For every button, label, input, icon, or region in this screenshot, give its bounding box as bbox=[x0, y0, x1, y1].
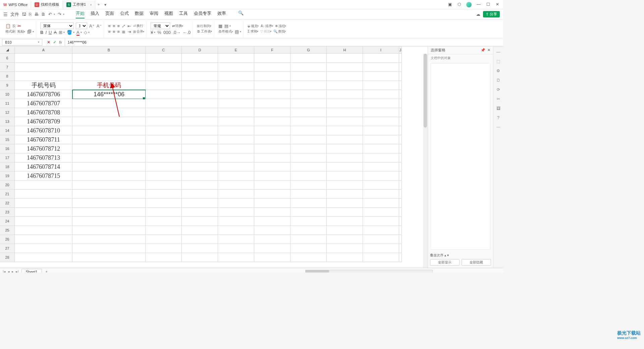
align-top-icon[interactable]: ≡ bbox=[108, 23, 111, 29]
cell-D21[interactable] bbox=[182, 190, 218, 199]
cell-G23[interactable] bbox=[290, 208, 327, 217]
clipboard-options-icon[interactable]: 🗐 bbox=[27, 29, 32, 34]
cell-E19[interactable] bbox=[218, 171, 254, 181]
cell-F25[interactable] bbox=[254, 226, 290, 235]
number-format-select[interactable]: 常规 bbox=[151, 22, 170, 29]
underline-icon[interactable]: U bbox=[49, 30, 52, 35]
cell-G20[interactable] bbox=[290, 181, 327, 190]
cell-E7[interactable] bbox=[218, 63, 254, 72]
indent-inc-icon[interactable]: ⇥ bbox=[127, 29, 131, 34]
cell-F20[interactable] bbox=[254, 181, 290, 190]
pin-icon[interactable]: 📌 bbox=[481, 48, 485, 52]
cell-D24[interactable] bbox=[182, 217, 218, 226]
cell-F10[interactable] bbox=[254, 90, 290, 99]
row-header-17[interactable]: 17 bbox=[0, 153, 15, 162]
redo-dropdown[interactable]: ▾ bbox=[63, 13, 64, 16]
col-header-B[interactable]: B bbox=[72, 46, 146, 54]
cell-A18[interactable]: 14676078714 bbox=[15, 162, 72, 171]
cell-C8[interactable] bbox=[146, 72, 182, 81]
cell-I16[interactable] bbox=[363, 144, 399, 153]
cell-C16[interactable] bbox=[146, 144, 182, 153]
cell-A23[interactable] bbox=[15, 208, 72, 217]
fx-icon[interactable]: fx bbox=[59, 40, 62, 44]
print-icon[interactable]: 🖶 bbox=[34, 12, 39, 17]
cell-E16[interactable] bbox=[218, 144, 254, 153]
spreadsheet-grid[interactable]: ◢ABCDEFGHIJ6789手机号码手机号码1014676078706146*… bbox=[0, 46, 428, 268]
cell-B23[interactable] bbox=[72, 208, 146, 217]
cell-B7[interactable] bbox=[72, 63, 146, 72]
currency-icon[interactable]: ¥ bbox=[151, 30, 153, 35]
move-down-icon[interactable]: ▾ bbox=[447, 253, 449, 257]
cell-E15[interactable] bbox=[218, 135, 254, 144]
tab-page[interactable]: 页面 bbox=[105, 10, 114, 18]
side-minus-icon[interactable]: — bbox=[496, 50, 500, 54]
transform-button[interactable]: ⇄ 转换▾ bbox=[172, 23, 183, 28]
cell-H25[interactable] bbox=[327, 226, 363, 235]
cell-C10[interactable] bbox=[146, 90, 182, 99]
cell-A9[interactable]: 手机号码 bbox=[15, 81, 72, 90]
cell-J13[interactable] bbox=[399, 117, 402, 126]
cell-H27[interactable] bbox=[327, 244, 363, 253]
cell-G11[interactable] bbox=[290, 99, 327, 108]
cell-F27[interactable] bbox=[254, 244, 290, 253]
cell-A8[interactable] bbox=[15, 72, 72, 81]
bold-icon[interactable]: B bbox=[40, 30, 43, 35]
cell-A13[interactable]: 14676078709 bbox=[15, 117, 72, 126]
cell-E27[interactable] bbox=[218, 244, 254, 253]
cell-D10[interactable] bbox=[182, 90, 218, 99]
cell-D14[interactable] bbox=[182, 126, 218, 135]
cell-B15[interactable] bbox=[72, 135, 146, 144]
cell-B22[interactable] bbox=[72, 199, 146, 208]
cell-B16[interactable] bbox=[72, 144, 146, 153]
undo-dropdown[interactable]: ▾ bbox=[54, 13, 55, 16]
border-icon[interactable]: ⊞ bbox=[59, 30, 62, 35]
share-button[interactable]: ⇪ 分享 bbox=[483, 11, 500, 17]
formula-input[interactable]: 146******06 bbox=[65, 40, 503, 44]
cell-H20[interactable] bbox=[327, 181, 363, 190]
cell-I24[interactable] bbox=[363, 217, 399, 226]
row-header-9[interactable]: 9 bbox=[0, 81, 15, 90]
tab-insert[interactable]: 插入 bbox=[91, 10, 99, 18]
cell-D15[interactable] bbox=[182, 135, 218, 144]
cell-E22[interactable] bbox=[218, 199, 254, 208]
app-tab-wps[interactable]: W WPS Office bbox=[0, 1, 31, 9]
row-header-15[interactable]: 15 bbox=[0, 135, 15, 144]
cell-F28[interactable] bbox=[254, 253, 290, 262]
cell-C28[interactable] bbox=[146, 253, 182, 262]
sheet-prev-icon[interactable]: ◂ bbox=[8, 269, 10, 272]
new-tab-button[interactable]: ＋ bbox=[95, 2, 102, 7]
row-header-21[interactable]: 21 bbox=[0, 190, 15, 199]
styles-icon[interactable]: ▧ bbox=[235, 29, 239, 34]
side-select-icon[interactable]: ⬚ bbox=[496, 59, 500, 64]
row-header-8[interactable]: 8 bbox=[0, 72, 15, 81]
cell-J14[interactable] bbox=[399, 126, 402, 135]
cell-B26[interactable] bbox=[72, 235, 146, 244]
cell-J24[interactable] bbox=[399, 217, 402, 226]
cell-C6[interactable] bbox=[146, 54, 182, 63]
comma-icon[interactable]: 000 bbox=[163, 30, 171, 35]
cell-J15[interactable] bbox=[399, 135, 402, 144]
select-all-corner[interactable]: ◢ bbox=[0, 46, 15, 54]
sheet-tab-1[interactable]: Sheet1 bbox=[21, 269, 42, 272]
tab-review[interactable]: 审阅 bbox=[150, 10, 158, 18]
cell-D6[interactable] bbox=[182, 54, 218, 63]
cell-H23[interactable] bbox=[327, 208, 363, 217]
cell-H9[interactable] bbox=[327, 81, 363, 90]
align-center-icon[interactable]: ≡ bbox=[113, 29, 115, 34]
cell-H11[interactable] bbox=[327, 99, 363, 108]
cell-H7[interactable] bbox=[327, 63, 363, 72]
tab-tools[interactable]: 工具 bbox=[179, 10, 188, 18]
cell-H15[interactable] bbox=[327, 135, 363, 144]
row-header-23[interactable]: 23 bbox=[0, 208, 15, 217]
font-name-select[interactable]: 宋体 bbox=[40, 22, 74, 29]
cell-I28[interactable] bbox=[363, 253, 399, 262]
cell-D13[interactable] bbox=[182, 117, 218, 126]
cell-E9[interactable] bbox=[218, 81, 254, 90]
cell-I14[interactable] bbox=[363, 126, 399, 135]
cell-B9[interactable]: 手机号码 bbox=[72, 81, 146, 90]
search-icon[interactable]: 🔍 bbox=[238, 10, 244, 18]
cell-F12[interactable] bbox=[254, 108, 290, 117]
cell-D8[interactable] bbox=[182, 72, 218, 81]
cell-D20[interactable] bbox=[182, 181, 218, 190]
side-style-icon[interactable]: 🗋 bbox=[496, 78, 500, 83]
